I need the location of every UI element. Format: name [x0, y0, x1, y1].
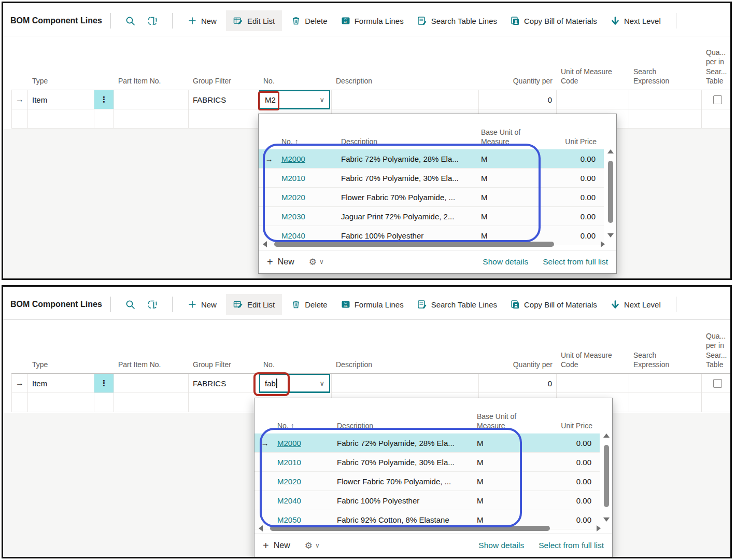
scroll-down-icon[interactable]: [603, 517, 610, 522]
next-level-button[interactable]: Next Level: [611, 16, 661, 25]
no-input[interactable]: fab∨: [259, 374, 330, 393]
lookup-row[interactable]: → M2000 Fabric 72% Polyamide, 28% Ela...…: [254, 433, 600, 453]
vertical-scrollbar[interactable]: [602, 431, 611, 524]
column-header-group-filter[interactable]: Group Filter: [189, 360, 259, 373]
dropdown-col-base-uom[interactable]: Base Unit ofMeasure: [479, 128, 541, 146]
column-header-type[interactable]: Type: [28, 360, 94, 373]
chevron-down-icon[interactable]: ∨: [319, 96, 324, 104]
quantity-per-cell[interactable]: 0: [479, 90, 557, 109]
checkbox[interactable]: [713, 379, 722, 388]
delete-button[interactable]: Delete: [291, 300, 327, 309]
scrollbar-thumb[interactable]: [270, 526, 550, 531]
uom-code-cell[interactable]: [557, 90, 629, 109]
checkbox[interactable]: [713, 95, 722, 104]
column-header-unit-of-measure-code[interactable]: Unit of MeasureCode: [557, 67, 629, 90]
scrollbar-thumb[interactable]: [608, 161, 613, 223]
lookup-row[interactable]: → M2000 Fabric 72% Polyamide, 28% Ela...…: [259, 149, 604, 169]
lookup-row[interactable]: M2030 Jaguar Print 72% Polyamide, 2... M…: [259, 207, 604, 226]
select-from-full-list-link[interactable]: Select from full list: [543, 257, 608, 267]
dropdown-settings-button[interactable]: ⚙∨: [305, 540, 320, 551]
search-button[interactable]: [125, 16, 135, 26]
column-header-description[interactable]: Description: [332, 360, 479, 373]
column-header-type[interactable]: Type: [28, 76, 94, 90]
column-header-qty-per-in-search-table[interactable]: Qua...per inSear...Table: [702, 48, 732, 90]
show-details-link[interactable]: Show details: [478, 541, 524, 550]
scroll-right-icon[interactable]: [597, 525, 601, 531]
dropdown-col-description[interactable]: Description: [335, 421, 475, 430]
item-no-link[interactable]: M2050: [275, 515, 335, 524]
new-button[interactable]: New: [188, 16, 217, 25]
dropdown-settings-button[interactable]: ⚙∨: [309, 257, 324, 268]
column-header-unit-of-measure-code[interactable]: Unit of MeasureCode: [557, 351, 629, 373]
row-options-button[interactable]: ⋮: [94, 90, 114, 109]
group-filter-cell[interactable]: FABRICS: [189, 90, 259, 109]
column-header-group-filter[interactable]: Group Filter: [189, 76, 259, 90]
dropdown-new-button[interactable]: +New: [263, 540, 290, 551]
column-header-search-expression[interactable]: SearchExpression: [629, 67, 702, 90]
uom-code-cell[interactable]: [557, 374, 629, 393]
part-item-no-cell[interactable]: [114, 374, 189, 393]
part-item-no-cell[interactable]: [114, 90, 189, 109]
type-cell[interactable]: Item: [28, 90, 94, 109]
item-no-link[interactable]: M2000: [275, 439, 335, 447]
item-no-link[interactable]: M2020: [275, 477, 335, 486]
dropdown-col-unit-price[interactable]: Unit Price: [537, 421, 597, 430]
item-no-link[interactable]: M2010: [279, 174, 339, 183]
formula-lines-button[interactable]: Formula Lines: [341, 16, 404, 25]
scroll-down-icon[interactable]: [607, 233, 614, 237]
column-header-part-item-no[interactable]: Part Item No.: [114, 360, 189, 373]
column-header-quantity-per[interactable]: Quantity per: [479, 360, 557, 373]
search-button[interactable]: [125, 300, 135, 310]
item-no-link[interactable]: M2020: [279, 193, 339, 202]
dropdown-col-unit-price[interactable]: Unit Price: [541, 137, 601, 146]
vertical-scrollbar[interactable]: [606, 147, 615, 240]
item-no-link[interactable]: M2040: [279, 231, 339, 240]
column-header-description[interactable]: Description: [332, 76, 479, 90]
scroll-up-icon[interactable]: [603, 433, 610, 438]
lookup-row[interactable]: M2020 Flower Fabric 70% Polyamide, ... M…: [254, 472, 600, 491]
select-from-full-list-link[interactable]: Select from full list: [539, 541, 604, 550]
lookup-row[interactable]: M2010 Fabric 70% Polyamide, 30% Ela... M…: [254, 453, 600, 472]
column-header-no[interactable]: No.: [259, 360, 332, 373]
dropdown-col-description[interactable]: Description: [339, 137, 479, 146]
dropdown-col-no[interactable]: No. ↑: [279, 137, 339, 146]
description-cell[interactable]: [332, 90, 479, 109]
dropdown-new-button[interactable]: +New: [267, 257, 294, 267]
scrollbar-thumb[interactable]: [274, 242, 554, 247]
focus-mode-button[interactable]: [148, 300, 158, 310]
column-header-quantity-per[interactable]: Quantity per: [479, 76, 557, 90]
search-table-lines-button[interactable]: Search Table Lines: [417, 16, 497, 26]
search-table-lines-button[interactable]: Search Table Lines: [417, 300, 497, 310]
dropdown-col-base-uom[interactable]: Base Unit ofMeasure: [475, 412, 537, 430]
scroll-right-icon[interactable]: [601, 241, 605, 247]
column-header-no[interactable]: No.: [259, 76, 332, 90]
focus-mode-button[interactable]: [148, 16, 158, 26]
column-header-part-item-no[interactable]: Part Item No.: [114, 76, 189, 90]
type-cell[interactable]: Item: [28, 374, 94, 393]
edit-list-button[interactable]: Edit List: [226, 10, 282, 31]
next-level-button[interactable]: Next Level: [611, 300, 661, 309]
show-details-link[interactable]: Show details: [483, 257, 528, 267]
item-no-link[interactable]: M2040: [275, 496, 335, 505]
horizontal-scrollbar[interactable]: [259, 525, 601, 531]
column-header-qty-per-in-search-table[interactable]: Qua...per inSear...Table: [702, 331, 732, 373]
scroll-left-icon[interactable]: [263, 241, 267, 247]
copy-bill-of-materials-button[interactable]: Copy Bill of Materials: [511, 16, 597, 26]
search-expression-cell[interactable]: [629, 374, 702, 393]
item-no-link[interactable]: M2030: [279, 212, 339, 221]
no-input[interactable]: M2∨: [259, 90, 330, 109]
delete-button[interactable]: Delete: [291, 16, 327, 25]
new-button[interactable]: New: [188, 300, 217, 309]
lookup-row[interactable]: M2010 Fabric 70% Polyamide, 30% Ela... M…: [259, 169, 604, 188]
item-no-link[interactable]: M2000: [279, 155, 339, 163]
row-options-button[interactable]: ⋮: [94, 374, 114, 393]
horizontal-scrollbar[interactable]: [263, 241, 605, 247]
scroll-up-icon[interactable]: [607, 149, 614, 153]
lookup-row[interactable]: M2040 Fabric 100% Polyesther M 0.00: [254, 491, 600, 510]
lookup-row[interactable]: M2020 Flower Fabric 70% Polyamide, ... M…: [259, 188, 604, 207]
search-expression-cell[interactable]: [629, 90, 702, 109]
dropdown-col-no[interactable]: No. ↑: [275, 421, 335, 430]
group-filter-cell[interactable]: FABRICS: [189, 374, 259, 393]
scroll-left-icon[interactable]: [259, 525, 263, 531]
copy-bill-of-materials-button[interactable]: Copy Bill of Materials: [511, 300, 597, 310]
